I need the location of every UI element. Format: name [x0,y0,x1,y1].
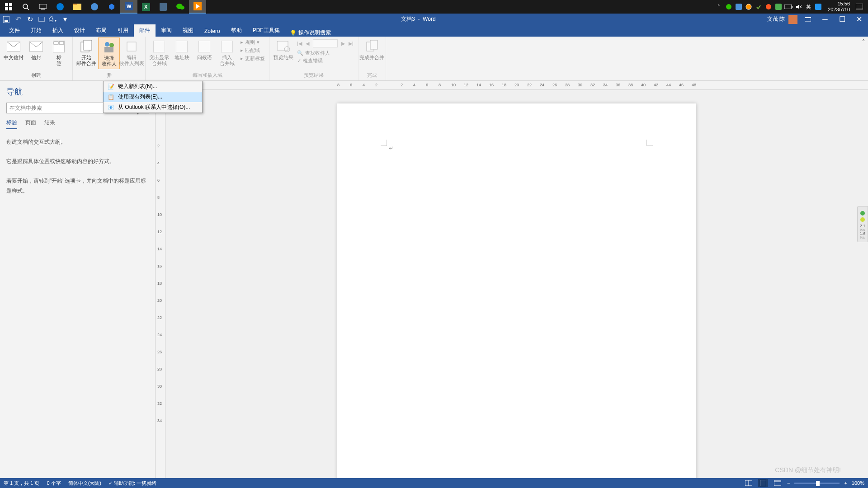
menu-type-new-list[interactable]: 📝键入新列表(N)... [104,81,202,92]
comments-button[interactable] [857,26,864,33]
clock[interactable]: 15:56 2023/7/10 [823,1,854,13]
address-block-button[interactable]: 地址块 [171,38,193,68]
page[interactable]: ↵ [337,103,696,478]
insert-merge-field-button[interactable]: 插入 合并域 [216,38,238,68]
word-icon[interactable]: W [120,0,137,14]
cn-envelope-button[interactable]: 中文信封 [3,38,24,68]
start-mail-merge-button[interactable]: 开始 邮件合并 [75,38,97,69]
undo-button[interactable]: ↶ [14,15,23,24]
tab-view[interactable]: 视图 [177,24,199,37]
close-button[interactable]: ✕ [853,15,866,24]
tab-file[interactable]: 文件 [4,24,25,37]
title-bar: ↶ ↻ ⎙▾ ▾ 文档3 - Word 文茂 陈 ─ ☐ ✕ [0,14,868,25]
document-canvas[interactable]: ↵ [165,81,868,478]
svg-rect-36 [805,17,811,18]
horizontal-ruler[interactable]: 8642246810121416182022242628303234363840… [165,81,868,90]
calculator-icon[interactable] [155,0,172,14]
update-labels-button[interactable]: ▸ 更新标签 [239,55,267,62]
wechat-icon[interactable] [172,0,189,14]
qat-btn-1[interactable] [37,15,46,24]
language-indicator[interactable]: 简体中文(大陆) [68,480,101,487]
search-icon[interactable] [17,0,34,14]
tray-icon-4[interactable] [754,0,764,14]
envelope-button[interactable]: 信封 [25,38,47,68]
accessibility-indicator[interactable]: ✓ 辅助功能: 一切就绪 [108,480,156,487]
tab-zotero[interactable]: Zotero [199,26,226,37]
network-widget[interactable]: 2.1 K/s 1.6 K/s [857,206,868,242]
user-avatar[interactable] [788,15,797,24]
tab-mailings[interactable]: 邮件 [134,24,156,37]
last-record-button[interactable]: ▶| [349,41,354,47]
notification-icon[interactable] [854,0,864,14]
explorer-icon[interactable] [69,0,86,14]
read-mode-button[interactable] [744,479,754,487]
next-record-button[interactable]: ▶ [341,41,345,47]
tray-icon-5[interactable] [764,0,774,14]
tab-help[interactable]: 帮助 [226,24,247,37]
ime-indicator[interactable]: 英 [803,0,813,14]
tray-icon-2[interactable] [734,0,744,14]
match-fields-button[interactable]: ▸ 匹配域 [239,47,267,54]
preview-results-button[interactable]: 预览结果 [273,38,294,65]
zoom-level[interactable]: 100% [852,480,864,486]
collapse-ribbon-button[interactable]: ˄ [862,38,865,47]
word-count[interactable]: 0 个字 [47,480,61,487]
chevron-up-icon[interactable]: ˄ [714,0,724,14]
nav-tab-results[interactable]: 结果 [44,119,55,129]
qat-more-button[interactable]: ▾ [61,15,70,24]
tray-icon-1[interactable] [724,0,734,14]
qat-btn-2[interactable]: ⎙▾ [49,15,58,24]
tray-icon-3[interactable] [744,0,754,14]
tab-pdf[interactable]: PDF工具集 [247,24,285,37]
web-layout-button[interactable] [773,479,783,487]
find-recipient-button[interactable]: 🔍 查找收件人 [295,49,355,57]
tray-icon-6[interactable] [774,0,783,14]
zoom-out-button[interactable]: − [787,480,790,486]
svg-rect-29 [815,4,821,10]
labels-button[interactable]: 标 签 [48,38,70,68]
excel-icon[interactable]: X [137,0,155,14]
ribbon-display-button[interactable] [801,15,815,24]
zoom-in-button[interactable]: + [844,480,847,486]
edit-recipients-button[interactable]: 编辑 收件人列表 [121,38,142,69]
minimize-button[interactable]: ─ [818,15,832,24]
check-errors-button[interactable]: ✓ 检查错误 [295,57,355,65]
outlook-icon: 📧 [107,104,114,111]
record-number-field[interactable] [313,39,338,47]
maximize-button[interactable]: ☐ [835,15,849,24]
tab-layout[interactable]: 布局 [90,24,112,37]
tab-design[interactable]: 设计 [69,24,90,37]
menu-outlook-contacts[interactable]: 📧从 Outlook 联系人中选择(O)... [104,102,202,113]
redo-button[interactable]: ↻ [25,15,34,24]
print-layout-button[interactable] [758,479,768,487]
app-icon-2[interactable] [103,0,120,14]
page-indicator[interactable]: 第 1 页，共 1 页 [4,480,39,487]
finish-merge-button[interactable]: 完成并合并 [361,38,383,62]
menu-use-existing-list[interactable]: 📋使用现有列表(E)... [104,92,202,102]
nav-tab-pages[interactable]: 页面 [25,119,36,129]
highlight-fields-button[interactable]: 突出显示 合并域 [148,38,170,68]
tab-references[interactable]: 引用 [112,24,134,37]
select-recipients-button[interactable]: 选择 收件人 [98,38,120,69]
prev-record-button[interactable]: ◀ [306,41,309,47]
tab-insert[interactable]: 插入 [47,24,69,37]
tell-me-search[interactable]: 💡 操作说明搜索 [290,29,331,37]
save-button[interactable] [2,15,11,24]
start-button[interactable] [0,0,17,14]
tab-review[interactable]: 审阅 [156,24,177,37]
svg-rect-21 [736,4,742,10]
volume-icon[interactable] [793,0,803,14]
edge-icon[interactable] [52,0,69,14]
tray-icon-7[interactable] [813,0,823,14]
app-icon-1[interactable] [86,0,103,14]
zoom-slider[interactable] [794,483,840,484]
greeting-button[interactable]: 问候语 [193,38,215,68]
tab-home[interactable]: 开始 [25,24,47,37]
app-icon-3[interactable] [189,0,206,14]
first-record-button[interactable]: |◀ [297,41,302,47]
rules-button[interactable]: ▸ 规则 ▾ [239,38,267,46]
battery-icon[interactable] [783,0,793,14]
vertical-ruler[interactable]: 2246810121416182022242628303234 [156,81,165,478]
nav-tab-headings[interactable]: 标题 [6,119,17,129]
taskview-icon[interactable] [34,0,52,14]
